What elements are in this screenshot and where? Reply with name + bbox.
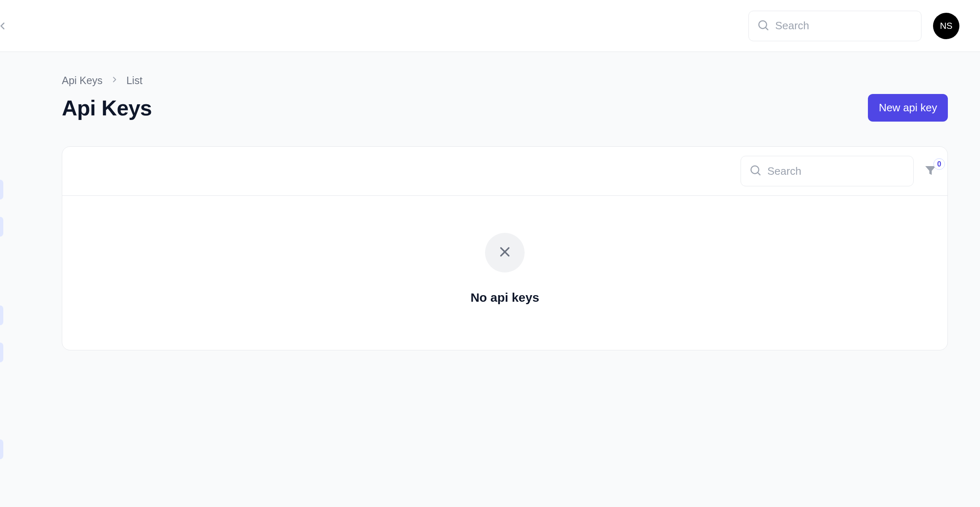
empty-state-text: No api keys [471, 291, 539, 305]
svg-line-3 [758, 173, 760, 175]
side-indicator[interactable] [0, 343, 3, 362]
breadcrumb: Api Keys List [62, 75, 948, 87]
card-search-field[interactable] [741, 156, 914, 186]
side-indicator[interactable] [0, 217, 3, 237]
user-avatar[interactable]: NS [933, 13, 959, 39]
search-icon [757, 19, 769, 33]
x-icon [497, 244, 513, 261]
new-api-key-button[interactable]: New api key [868, 94, 948, 122]
chevron-right-icon [110, 75, 119, 87]
page-header-row: Api Keys New api key [62, 94, 948, 122]
page-title: Api Keys [62, 96, 152, 120]
empty-state-circle [485, 233, 525, 272]
card-search-input[interactable] [767, 165, 905, 178]
filter-count-badge: 0 [933, 158, 945, 170]
app-header: NS [0, 0, 980, 52]
search-icon [749, 164, 762, 178]
back-chevron-icon[interactable] [0, 20, 8, 32]
empty-state: No api keys [62, 196, 947, 350]
filter-button[interactable]: 0 [924, 163, 938, 179]
breadcrumb-item-api-keys[interactable]: Api Keys [62, 75, 103, 87]
global-search-input[interactable] [775, 19, 913, 32]
side-indicator[interactable] [0, 180, 3, 200]
side-indicator[interactable] [0, 439, 3, 459]
svg-line-1 [766, 27, 768, 29]
main-area: Api Keys List Api Keys New api key [0, 52, 980, 507]
breadcrumb-item-list[interactable]: List [127, 75, 143, 87]
side-indicator[interactable] [0, 305, 3, 325]
global-search-field[interactable] [748, 11, 921, 41]
avatar-initials: NS [940, 21, 953, 31]
api-keys-card: 0 No api keys [62, 146, 948, 350]
card-toolbar: 0 [62, 147, 947, 196]
